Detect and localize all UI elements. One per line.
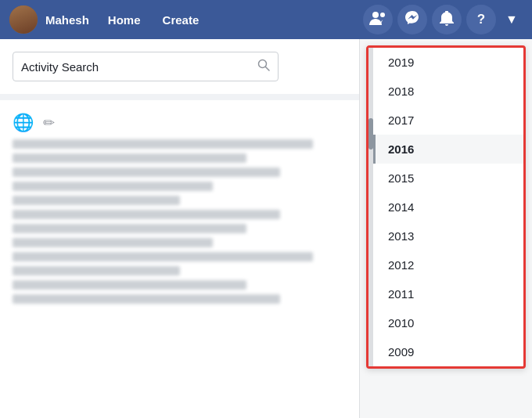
year-label: 2019 — [388, 56, 511, 69]
nav-username[interactable]: Mahesh — [45, 13, 89, 27]
nav-create[interactable]: Create — [153, 9, 209, 31]
year-label: 2017 — [388, 114, 511, 127]
messenger-icon — [404, 10, 420, 30]
friends-icon — [369, 11, 386, 29]
blur-line-8 — [13, 238, 213, 247]
blur-line-5 — [13, 196, 180, 205]
year-item-2013[interactable]: 2013 — [373, 222, 523, 250]
year-label: 2013 — [388, 229, 511, 243]
blur-line-2 — [13, 153, 246, 163]
year-label: 2009 — [388, 345, 511, 359]
svg-point-0 — [372, 12, 379, 18]
search-bar — [13, 52, 279, 81]
blur-line-6 — [13, 210, 280, 219]
year-item-2012[interactable]: 2012 — [373, 250, 523, 279]
year-item-2010[interactable]: 2010 — [373, 308, 523, 337]
navbar: Mahesh Home Create ? ▼ — [0, 0, 532, 39]
blur-line-10 — [13, 266, 180, 276]
blur-line-4 — [13, 182, 213, 191]
globe-icon: 🌐 — [13, 113, 34, 133]
help-icon-btn[interactable]: ? — [466, 5, 496, 34]
year-list: 2019201820172016201520142013201220112010… — [373, 48, 523, 366]
blur-line-11 — [13, 280, 246, 290]
blur-line-7 — [13, 224, 246, 233]
year-item-2014[interactable]: 2014 — [373, 193, 523, 222]
year-list-container: 2019201820172016201520142013201220112010… — [373, 48, 523, 366]
help-icon: ? — [477, 12, 485, 27]
content-area: 🌐 ✏ — [13, 106, 347, 304]
year-dropdown: 2019201820172016201520142013201220112010… — [366, 45, 526, 369]
scrollbar-track — [368, 48, 373, 366]
blur-line-12 — [13, 294, 280, 304]
year-label: 2011 — [388, 287, 511, 301]
nav-dropdown-btn[interactable]: ▼ — [501, 5, 523, 34]
bell-icon-btn[interactable] — [432, 5, 462, 34]
year-item-2015[interactable]: 2015 — [373, 164, 523, 193]
year-item-2011[interactable]: 2011 — [373, 279, 523, 308]
activity-search-input[interactable] — [21, 60, 257, 74]
year-label: 2014 — [388, 200, 511, 214]
messenger-icon-btn[interactable] — [397, 5, 427, 34]
svg-line-3 — [266, 67, 270, 71]
friends-icon-btn[interactable] — [363, 5, 393, 34]
blur-line-3 — [13, 168, 280, 177]
year-item-2019[interactable]: 2019 — [373, 48, 523, 77]
year-dropdown-inner: 2019201820172016201520142013201220112010… — [368, 48, 523, 366]
avatar[interactable] — [9, 5, 38, 34]
year-label: 2012 — [388, 258, 511, 272]
right-panel: 2019201820172016201520142013201220112010… — [360, 39, 532, 418]
edit-icon: ✏ — [43, 114, 55, 132]
bell-icon — [440, 10, 454, 30]
year-item-2018[interactable]: 2018 — [373, 77, 523, 106]
content-divider — [0, 94, 359, 100]
year-label: 2010 — [388, 316, 511, 330]
year-label: 2018 — [388, 85, 511, 98]
search-icon[interactable] — [257, 59, 270, 74]
scrollbar-thumb — [368, 118, 373, 150]
year-item-2017[interactable]: 2017 — [373, 106, 523, 135]
year-label: 2015 — [388, 171, 511, 185]
year-item-2016[interactable]: 2016 — [373, 135, 523, 164]
nav-home[interactable]: Home — [99, 9, 150, 31]
year-label: 2016 — [388, 142, 511, 156]
svg-point-1 — [380, 13, 385, 17]
left-panel: 🌐 ✏ — [0, 39, 360, 418]
main-content: 🌐 ✏ 2019201820 — [0, 39, 532, 418]
post-icons: 🌐 ✏ — [13, 113, 347, 133]
year-item-2009[interactable]: 2009 — [373, 337, 523, 366]
chevron-down-icon: ▼ — [505, 13, 518, 27]
blur-line-1 — [13, 139, 313, 149]
blur-line-9 — [13, 252, 313, 261]
